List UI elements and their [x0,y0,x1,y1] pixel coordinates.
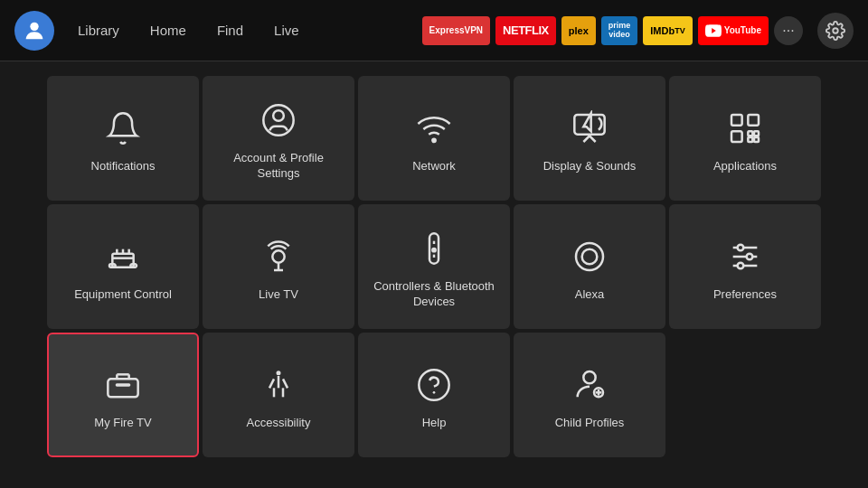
svg-point-2 [833,28,838,33]
svg-point-34 [738,244,744,250]
svg-rect-11 [754,131,759,136]
tile-account-label: Account & Profile Settings [212,151,345,182]
netflix-shortcut[interactable]: NETFLIX [495,16,556,45]
tile-notifications[interactable]: Notifications [47,76,199,201]
svg-point-36 [738,262,744,268]
tile-controllers-bluetooth[interactable]: Controllers & Bluetooth Devices [358,204,510,329]
tile-notifications-label: Notifications [91,159,156,174]
svg-rect-41 [116,383,131,386]
prime-shortcut[interactable]: primevideo [601,16,638,45]
tile-preferences[interactable]: Preferences [669,204,821,329]
svg-point-46 [419,370,448,399]
user-avatar[interactable] [14,11,54,51]
sliders-icon [723,235,767,278]
svg-rect-8 [731,115,742,126]
tile-live-tv-label: Live TV [259,287,298,303]
svg-point-0 [30,22,38,30]
tile-my-fire-tv-label: My Fire TV [94,416,151,431]
nav-links: Library Home Find Live [65,17,312,43]
svg-point-30 [582,249,598,264]
top-navigation: Library Home Find Live ExpressVPN NETFLI… [0,0,868,61]
tile-controllers-label: Controllers & Bluetooth Devices [367,279,501,310]
imdb-shortcut[interactable]: IMDbTV [643,16,692,45]
antenna-icon [257,235,300,278]
alexa-icon [568,235,611,278]
expressvpn-shortcut[interactable]: ExpressVPN [422,16,490,45]
svg-point-4 [273,110,284,121]
more-apps-button[interactable]: ··· [774,16,803,45]
tile-display-sounds[interactable]: Display & Sounds [514,76,665,201]
svg-point-5 [432,138,435,141]
child-profile-icon [568,363,611,407]
tile-accessibility-label: Accessibility [247,416,311,431]
settings-button[interactable] [817,13,854,49]
tv-remote-icon [101,235,145,278]
tile-equipment-control-label: Equipment Control [74,287,172,303]
app-shortcuts: ExpressVPN NETFLIX plex primevideo IMDbT… [422,16,803,45]
tile-help-label: Help [422,416,447,431]
tile-my-fire-tv[interactable]: My Fire TV [47,333,199,457]
svg-point-47 [433,391,436,394]
tile-account-profile[interactable]: Account & Profile Settings [203,76,354,201]
nav-library[interactable]: Library [65,17,132,43]
svg-point-29 [576,243,603,270]
nav-find[interactable]: Find [204,17,256,43]
tile-applications[interactable]: Applications [669,76,821,201]
tile-preferences-label: Preferences [713,287,777,303]
person-circle-icon [257,99,300,142]
help-icon [412,363,456,407]
tile-help[interactable]: Help [358,333,510,457]
tile-child-profiles-label: Child Profiles [555,416,625,431]
tile-applications-label: Applications [713,159,777,174]
svg-marker-7 [583,113,590,131]
tile-child-profiles[interactable]: Child Profiles [514,333,665,457]
settings-grid: Notifications Account & Profile Settings… [47,76,821,457]
svg-point-35 [747,253,753,259]
display-sound-icon [568,107,611,150]
applications-icon [723,107,767,150]
nav-home[interactable]: Home [137,17,199,43]
tile-live-tv[interactable]: Live TV [203,204,354,329]
svg-rect-10 [748,131,752,136]
svg-rect-14 [731,131,742,142]
plex-shortcut[interactable]: plex [561,16,596,45]
nav-live[interactable]: Live [261,17,312,43]
svg-point-22 [272,250,284,262]
tile-alexa-label: Alexa [575,287,605,303]
bell-icon [101,107,145,150]
svg-point-27 [432,249,435,251]
svg-rect-9 [748,115,759,126]
youtube-shortcut[interactable]: YouTube [698,16,769,45]
svg-rect-37 [108,379,137,397]
svg-rect-13 [754,137,759,142]
settings-area: Notifications Account & Profile Settings… [0,61,868,472]
tile-display-sounds-label: Display & Sounds [543,159,637,174]
fire-tv-icon [101,363,145,407]
tile-alexa[interactable]: Alexa [514,204,665,329]
svg-rect-12 [748,137,752,142]
tile-network-label: Network [412,159,456,174]
tile-equipment-control[interactable]: Equipment Control [47,204,199,329]
accessibility-icon [257,363,300,407]
svg-point-48 [583,371,595,383]
remote-icon [412,227,456,270]
tile-network[interactable]: Network [358,76,510,201]
svg-point-42 [277,371,281,375]
wifi-icon [412,107,456,150]
tile-accessibility[interactable]: Accessibility [203,333,354,457]
